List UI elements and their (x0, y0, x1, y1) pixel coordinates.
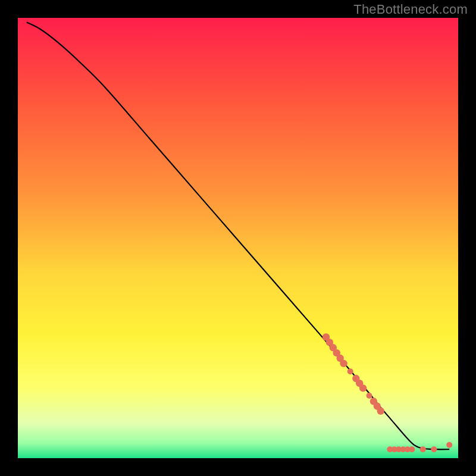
chart-background-gradient (18, 18, 458, 458)
chart-frame: TheBottleneck.com (0, 0, 476, 476)
chart-marker (377, 408, 384, 415)
chart-marker (446, 442, 452, 448)
watermark-text: TheBottleneck.com (353, 2, 468, 17)
chart-marker (409, 446, 415, 452)
chart-marker (431, 446, 437, 452)
chart-marker (359, 384, 367, 392)
chart-marker (420, 446, 426, 452)
chart-plot-area (18, 18, 458, 458)
chart-marker (347, 368, 353, 374)
chart-marker (367, 393, 372, 399)
chart-marker (340, 360, 347, 367)
chart-svg (18, 18, 458, 458)
